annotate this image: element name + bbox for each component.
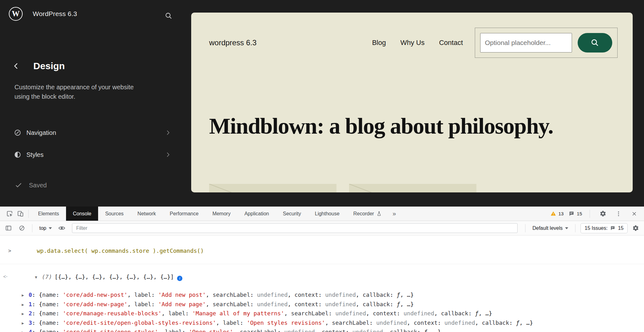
info-icon[interactable]: i: [177, 276, 182, 281]
console-entry-3[interactable]: ▶3: {name: 'core/edit-site/open-global-s…: [0, 318, 644, 328]
clear-console-button[interactable]: [16, 223, 27, 234]
token: ,: [434, 310, 441, 317]
token: :: [250, 291, 257, 298]
result-count: (7): [42, 274, 52, 280]
close-devtools-button[interactable]: [629, 208, 640, 219]
navigation-icon: [14, 129, 21, 136]
token: :: [369, 319, 376, 326]
device-toolbar-button[interactable]: [15, 208, 26, 219]
tab-application[interactable]: Application: [237, 207, 276, 221]
settings-button[interactable]: [597, 208, 608, 219]
site-nav-link-contact[interactable]: Contact: [439, 39, 463, 47]
wordpress-logo-icon[interactable]: W: [9, 7, 23, 21]
console-sidebar-toggle[interactable]: [3, 223, 14, 234]
tab-sources[interactable]: Sources: [98, 207, 130, 221]
token: undefined: [325, 301, 356, 307]
tab-elements[interactable]: Elements: [31, 207, 66, 221]
token: 'core/add-new-post': [63, 291, 127, 298]
issues-count: 15: [618, 225, 624, 231]
tab-label: Network: [137, 211, 156, 217]
search-icon: [591, 38, 599, 47]
placeholder-diagonal-line: [349, 184, 476, 192]
token: 'core/edit-site/open-styles': [63, 329, 158, 332]
collapse-arrow-icon[interactable]: ▼: [35, 273, 40, 282]
site-nav-link-why-us[interactable]: Why Us: [400, 39, 425, 47]
token: :: [468, 310, 475, 317]
token: 2: [29, 310, 32, 317]
token: ,: [356, 301, 363, 307]
site-header: wordpress 6.3 BlogWhy UsContact: [209, 28, 618, 58]
console-entry-0[interactable]: ▶0: {name: 'core/add-new-post', label: '…: [0, 290, 644, 300]
warning-count[interactable]: 13: [550, 211, 564, 217]
expand-arrow-icon: ▶: [22, 310, 27, 318]
token: ,: [475, 319, 482, 326]
console-entry-1[interactable]: ▶1: {name: 'core/add-new-page', label: '…: [0, 300, 644, 309]
console-filter-input[interactable]: [72, 223, 518, 233]
site-search-input[interactable]: [480, 33, 572, 53]
site-nav: BlogWhy UsContact: [372, 39, 463, 47]
site-preview[interactable]: wordpress 6.3 BlogWhy UsContact Mindblow…: [191, 13, 633, 192]
token: :: [250, 301, 257, 307]
console-result[interactable]: <·▼(7)[{…}, {…}, {…}, {…}, {…}, {…}, {…}…: [0, 264, 644, 291]
tab-console[interactable]: Console: [66, 207, 98, 221]
token: 'Add new page': [158, 301, 206, 307]
site-title[interactable]: wordpress 6.3: [209, 38, 257, 47]
sidebar-menu: NavigationStyles: [9, 122, 174, 166]
tab-memory[interactable]: Memory: [205, 207, 237, 221]
issues-button[interactable]: 15 Issues: 15: [580, 223, 628, 233]
divider: [28, 210, 29, 218]
token: searchLabel: [240, 329, 277, 332]
tab-label: Performance: [170, 211, 199, 217]
token: ,: [284, 310, 291, 317]
token: 'Add new post': [158, 291, 206, 298]
site-nav-link-blog[interactable]: Blog: [372, 39, 386, 47]
tab-security[interactable]: Security: [276, 207, 308, 221]
more-options-button[interactable]: [613, 208, 624, 219]
tab-label: Console: [73, 211, 92, 217]
tab-lighthouse[interactable]: Lighthouse: [308, 207, 346, 221]
token: :: [318, 301, 325, 307]
token: callback: [482, 319, 509, 326]
token: ,: [325, 319, 332, 326]
token: ,: [383, 329, 390, 332]
console-message-count[interactable]: 15: [569, 211, 582, 217]
console-output[interactable]: >wp.data.select( wp.commands.store ).get…: [0, 236, 644, 332]
site-search-button[interactable]: [578, 33, 612, 53]
tab-network[interactable]: Network: [130, 207, 163, 221]
log-levels-selector[interactable]: Default levels: [530, 225, 570, 231]
sidebar-item-styles[interactable]: Styles: [9, 144, 174, 166]
token: ƒ: [397, 301, 400, 307]
console-command[interactable]: >wp.data.select( wp.commands.store ).get…: [0, 238, 644, 264]
more-tabs-button[interactable]: »: [389, 210, 400, 217]
back-button[interactable]: [11, 61, 21, 71]
context-selector[interactable]: top: [37, 225, 54, 231]
tab-performance[interactable]: Performance: [163, 207, 206, 221]
token: , …}: [479, 310, 492, 317]
token: undefined: [325, 291, 356, 298]
inspect-element-button[interactable]: [4, 208, 15, 219]
divider: [575, 224, 575, 232]
sidebar-item-navigation[interactable]: Navigation: [9, 122, 174, 144]
live-expression-button[interactable]: [56, 223, 67, 234]
styles-icon: [14, 151, 21, 158]
token: :: [397, 310, 404, 317]
chevron-left-icon: [12, 62, 20, 70]
tab-recorder[interactable]: Recorder: [347, 207, 389, 221]
console-entry-4[interactable]: ▶4: {name: 'core/edit-site/open-styles',…: [0, 328, 644, 332]
site-search-form: [475, 28, 618, 58]
console-settings-button[interactable]: [630, 223, 641, 234]
warning-icon: [550, 211, 556, 217]
devtools-tabs: ElementsConsoleSourcesNetworkPerformance…: [31, 207, 389, 221]
search-button[interactable]: [164, 11, 174, 21]
expand-arrow-icon: ▶: [22, 301, 27, 309]
console-entry-2[interactable]: ▶2: {name: 'core/manage-reusable-blocks'…: [0, 309, 644, 318]
token: name: [42, 319, 56, 326]
token: name: [42, 291, 56, 298]
tab-label: Sources: [105, 211, 124, 217]
save-status-label: Saved: [29, 182, 47, 189]
image-placeholder: [209, 184, 336, 192]
result-preview: [{…}, {…}, {…}, {…}, {…}, {…}, {…}]: [55, 274, 174, 280]
expand-arrow-icon: ▶: [22, 319, 27, 328]
console-toolbar: top Default levels 15 Issues: 15: [0, 221, 644, 235]
tab-label: Memory: [212, 211, 230, 217]
